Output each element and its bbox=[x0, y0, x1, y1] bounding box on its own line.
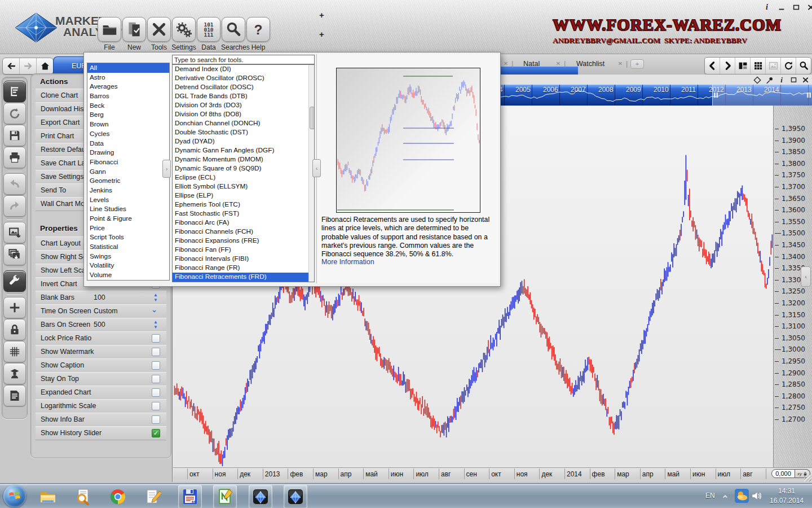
grid-button[interactable] bbox=[3, 341, 26, 362]
category-item[interactable]: Averages bbox=[87, 82, 169, 91]
explorer-taskbar-icon[interactable] bbox=[39, 488, 56, 505]
start-button[interactable] bbox=[3, 485, 26, 507]
category-item[interactable]: Beck bbox=[87, 101, 169, 111]
minimize-icon[interactable] bbox=[777, 3, 786, 11]
property-show-history-slider[interactable]: Show History Slider✓ bbox=[36, 426, 166, 440]
tool-item[interactable]: Fibonacci Range (FR) bbox=[173, 264, 314, 273]
checkbox[interactable] bbox=[152, 375, 160, 383]
layout-button[interactable] bbox=[735, 58, 751, 74]
category-item[interactable]: Brown bbox=[87, 120, 169, 129]
checkbox[interactable]: ✓ bbox=[152, 429, 160, 437]
tool-item[interactable]: Fibonacci Channels (FCH) bbox=[173, 227, 314, 237]
new-tab-button[interactable]: + bbox=[630, 59, 644, 69]
close-icon[interactable]: ✕ bbox=[555, 60, 562, 67]
toolbar-searches-button[interactable]: Searches bbox=[221, 17, 246, 51]
notepad-pp-taskbar-button[interactable] bbox=[213, 485, 237, 508]
close-icon[interactable]: ✕ bbox=[617, 60, 624, 67]
reload-chart-button[interactable] bbox=[3, 103, 26, 124]
tray-clock[interactable]: 14:31 16.07.2014 bbox=[762, 487, 811, 506]
stepper-control[interactable]: ▲▼ bbox=[152, 319, 159, 330]
category-item[interactable]: Jenkins bbox=[87, 186, 169, 195]
checkbox[interactable] bbox=[152, 402, 160, 410]
property-lock-price-ratio[interactable]: Lock Price Ratio bbox=[36, 331, 166, 345]
grid-view-button[interactable] bbox=[751, 58, 766, 74]
training-mode-button[interactable] bbox=[3, 363, 26, 384]
tool-item[interactable]: Dyad (DYAD) bbox=[173, 137, 314, 146]
category-item[interactable]: Script Tools bbox=[87, 233, 169, 242]
tool-item[interactable]: Fibonacci Arc (FA) bbox=[173, 218, 314, 227]
category-item[interactable]: All bbox=[87, 63, 169, 73]
actions-mode-button[interactable] bbox=[3, 81, 26, 102]
tool-item[interactable]: Eclipse (ECL) bbox=[173, 173, 314, 182]
maximize-icon[interactable] bbox=[792, 3, 801, 11]
export-image-button[interactable] bbox=[3, 222, 26, 243]
checkbox[interactable] bbox=[152, 415, 160, 424]
checkbox[interactable] bbox=[152, 334, 160, 343]
tool-item[interactable]: Ellipse (ELP) bbox=[173, 191, 314, 200]
category-item[interactable]: Fibonacci bbox=[87, 157, 169, 167]
chrome-taskbar-icon[interactable] bbox=[109, 488, 126, 505]
property-blank-bars[interactable]: Blank Bars100▲▼ bbox=[36, 291, 166, 305]
category-item[interactable]: Drawing bbox=[87, 148, 169, 157]
search-button[interactable] bbox=[796, 58, 811, 74]
category-item[interactable]: Levels bbox=[87, 195, 169, 205]
tool-item[interactable]: Detrend Oscillator (DOSC) bbox=[173, 83, 314, 92]
notepad-taskbar-icon[interactable] bbox=[144, 488, 161, 505]
tab-natal[interactable]: Natal bbox=[523, 60, 540, 68]
tool-item[interactable]: Demand Index (DI) bbox=[173, 65, 314, 74]
category-item[interactable]: Data bbox=[87, 139, 169, 148]
category-item[interactable]: Volume bbox=[87, 270, 169, 280]
back-button[interactable] bbox=[3, 58, 20, 74]
tool-item[interactable]: DGL Trade Bands (DTB) bbox=[173, 92, 314, 101]
toolbar-settings-button[interactable]: Settings bbox=[171, 17, 196, 51]
toolbar-file-button[interactable]: File bbox=[97, 17, 122, 51]
property-time-on-screen[interactable]: Time On ScreenCustom⌄ bbox=[36, 304, 166, 318]
diamond-icon[interactable] bbox=[753, 76, 761, 84]
category-item[interactable]: Gann bbox=[87, 167, 169, 177]
properties-mode-button[interactable] bbox=[3, 270, 26, 292]
lock-button[interactable] bbox=[3, 319, 26, 340]
category-expand-handle[interactable]: › bbox=[162, 160, 171, 178]
stepper-control[interactable]: ▲▼ bbox=[152, 292, 159, 303]
tool-item[interactable]: Dynamic Square of 9 (SQ9D) bbox=[173, 164, 314, 173]
crosshair-button[interactable] bbox=[3, 297, 26, 318]
property-show-watermark[interactable]: Show Watermark bbox=[36, 345, 166, 359]
tool-item[interactable]: Derivative Oscillator (DROSC) bbox=[173, 74, 314, 83]
image-button[interactable] bbox=[766, 58, 781, 74]
tool-item[interactable]: Dynamic Gann Fan Angles (DGF) bbox=[173, 146, 314, 155]
tool-search-input[interactable] bbox=[172, 55, 315, 64]
print-button[interactable] bbox=[3, 147, 26, 168]
property-show-caption[interactable]: Show Caption bbox=[36, 358, 166, 373]
category-item[interactable]: Price bbox=[87, 224, 169, 233]
volume-icon[interactable] bbox=[751, 491, 762, 503]
property-expanded-chart[interactable]: Expanded Chart bbox=[36, 386, 166, 400]
tool-item[interactable]: Ephemeris Tool (ETC) bbox=[173, 200, 314, 209]
home-button[interactable] bbox=[37, 58, 53, 74]
toolbar-new-button[interactable]: New bbox=[122, 17, 147, 51]
tool-item[interactable]: Dynamic Momentum (DMOM) bbox=[173, 155, 314, 164]
tool-item[interactable]: Donchian Channel (DONCH) bbox=[173, 119, 314, 128]
tool-item[interactable]: Fibonacci Intervals (FIBI) bbox=[173, 255, 314, 264]
property-logarithmic-scale[interactable]: Logarithmic Scale bbox=[36, 399, 166, 413]
property-stay-on-top[interactable]: Stay On Top bbox=[36, 372, 166, 386]
tool-item[interactable]: Double Stochastic (DST) bbox=[173, 128, 314, 137]
close-icon[interactable]: ✕ bbox=[502, 60, 509, 67]
scroll-tabs-left-button[interactable] bbox=[705, 58, 720, 74]
toolbar-help-button[interactable]: ?Help bbox=[246, 17, 271, 51]
checkbox[interactable] bbox=[152, 348, 160, 356]
category-item[interactable]: Astro bbox=[87, 73, 169, 82]
category-item[interactable]: Barros bbox=[87, 91, 169, 101]
category-item[interactable]: Volatility bbox=[87, 261, 169, 270]
close-icon[interactable] bbox=[806, 3, 812, 11]
tool-item[interactable]: Fibonacci Fan (FF) bbox=[173, 246, 314, 255]
time-axis[interactable]: октноядек2013февмарапрмайиюниюлавгсенокт… bbox=[173, 467, 812, 480]
redo-button[interactable] bbox=[3, 195, 26, 217]
close-icon[interactable] bbox=[802, 76, 810, 84]
tool-item[interactable]: Fast Stochastic (FST) bbox=[173, 209, 314, 218]
floppy-64-taskbar-button[interactable]: 64 bbox=[178, 485, 202, 508]
tool-item[interactable]: Elliott Symbol (ELLSYM) bbox=[173, 182, 314, 191]
category-item[interactable]: Point & Figure bbox=[87, 214, 169, 224]
category-item[interactable]: Geometric bbox=[87, 176, 169, 186]
refresh-button[interactable] bbox=[781, 58, 796, 74]
toolbar-data-button[interactable]: 101010111Data bbox=[196, 17, 221, 51]
